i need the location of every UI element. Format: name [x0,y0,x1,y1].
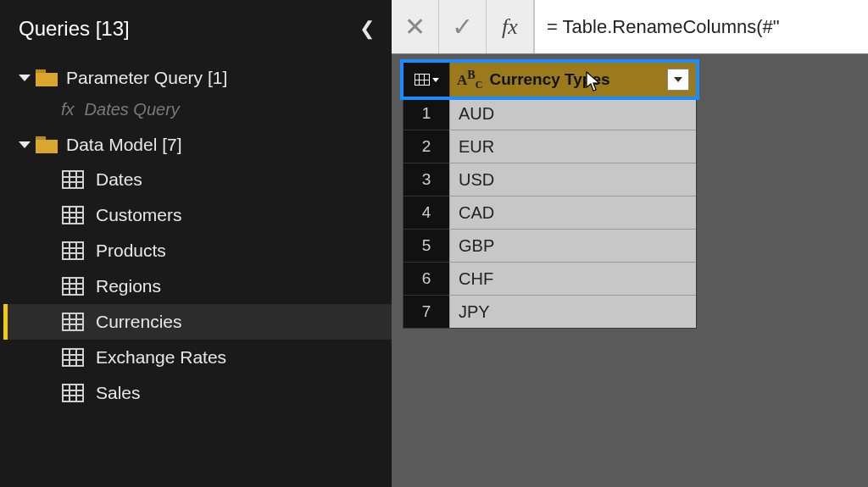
caret-down-icon [19,75,31,81]
check-icon: ✓ [452,12,473,42]
cell[interactable]: CHF [449,262,696,295]
query-label: Currencies [96,312,182,332]
query-dates-query-fx[interactable]: fx Dates Query [3,95,392,128]
table-icon [62,277,84,296]
column-header-label: Currency Types [489,70,609,89]
row-number: 7 [403,295,449,328]
formula-bar: ✕ ✓ fx = Table.RenameColumns(#" [392,0,868,54]
data-preview: ABC Currency Types 1AUD 2EUR 3USD 4CAD 5… [392,54,868,328]
cell[interactable]: AUD [449,97,696,130]
table-row[interactable]: 6CHF [403,262,696,295]
editor-main: ✕ ✓ fx = Table.RenameColumns(#" ABC Curr… [392,0,868,487]
query-dates[interactable]: Dates [3,162,392,197]
cell[interactable]: JPY [449,295,696,328]
query-currencies[interactable]: Currencies [3,304,392,340]
query-products[interactable]: Products [3,233,392,268]
group-label: Data Model [7] [66,135,182,155]
table-icon [62,313,84,331]
fx-icon: fx [502,14,518,40]
cell[interactable]: CAD [449,196,696,229]
preview-table: ABC Currency Types 1AUD 2EUR 3USD 4CAD 5… [403,63,696,328]
commit-formula-button[interactable]: ✓ [439,0,487,53]
query-label: Dates Query [85,100,180,119]
folder-icon [36,69,58,86]
table-row[interactable]: 3USD [403,163,696,196]
formula-input[interactable]: = Table.RenameColumns(#" [534,0,868,53]
table-row[interactable]: 2EUR [403,130,696,163]
table-row[interactable]: 1AUD [403,97,696,130]
table-icon [62,170,84,189]
query-customers[interactable]: Customers [3,197,392,233]
table-icon [62,384,84,402]
row-number: 3 [403,163,449,196]
cell[interactable]: USD [449,163,696,196]
query-label: Customers [96,205,182,225]
query-label: Exchange Rates [96,347,226,368]
table-icon [62,241,84,260]
query-label: Dates [96,169,142,190]
group-label: Parameter Query [1] [66,68,227,88]
row-number: 2 [403,130,449,163]
table-row[interactable]: 5GBP [403,229,696,262]
sidebar-title: Queries [13] [19,17,130,41]
close-icon: ✕ [404,12,426,42]
column-headers-row: ABC Currency Types [403,63,696,97]
caret-down-icon [19,141,31,148]
chevron-down-icon [432,78,439,82]
fx-button[interactable]: fx [487,0,534,53]
row-number: 5 [403,229,449,262]
cell[interactable]: EUR [449,130,696,163]
cell[interactable]: GBP [449,229,696,262]
group-parameter-query[interactable]: Parameter Query [1] [3,61,392,95]
row-number: 1 [403,97,449,130]
sidebar-header: Queries [13] ❮ [0,8,392,61]
cancel-formula-button[interactable]: ✕ [392,0,439,53]
table-icon [62,348,84,367]
table-icon [62,206,84,224]
fx-icon: fx [61,100,75,119]
column-header-currency-types[interactable]: ABC Currency Types [449,63,696,97]
query-label: Sales [96,383,141,403]
collapse-sidebar-icon[interactable]: ❮ [359,18,375,40]
row-number: 4 [403,196,449,229]
table-row[interactable]: 7JPY [403,295,696,328]
select-all-corner[interactable] [403,63,449,97]
table-row[interactable]: 4CAD [403,196,696,229]
row-number: 6 [403,262,449,295]
query-label: Products [96,241,166,261]
query-sales[interactable]: Sales [3,375,392,411]
chevron-down-icon [674,77,682,82]
query-label: Regions [96,276,161,296]
query-exchange-rates[interactable]: Exchange Rates [3,340,392,375]
queries-sidebar: Queries [13] ❮ Parameter Query [1] fx Da… [0,0,392,487]
column-filter-button[interactable] [667,69,689,91]
query-regions[interactable]: Regions [3,268,392,304]
text-type-icon: ABC [457,69,482,90]
queries-tree: Parameter Query [1] fx Dates Query Data … [0,61,392,411]
group-data-model[interactable]: Data Model [7] [3,128,392,162]
table-icon [415,74,430,86]
folder-icon [36,136,58,153]
